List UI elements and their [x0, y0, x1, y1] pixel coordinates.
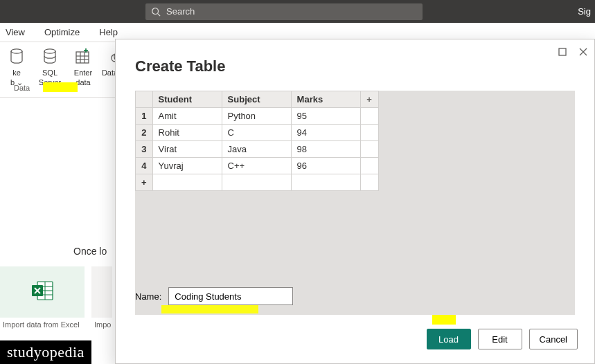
cell[interactable]: 96 — [291, 158, 360, 174]
add-row: + — [136, 174, 379, 191]
close-icon[interactable] — [579, 46, 587, 59]
ribbon-btn-enter-data[interactable]: Enter data — [66, 46, 100, 87]
table-row: 4 Yuvraj C++ 96 — [136, 158, 379, 174]
highlight-marker — [43, 82, 78, 92]
highlight-marker — [432, 315, 456, 325]
cell[interactable]: C++ — [222, 158, 291, 174]
table-plus-icon — [75, 46, 91, 67]
svg-rect-17 — [559, 48, 566, 55]
cell[interactable]: 94 — [291, 125, 360, 141]
table-name-input[interactable] — [168, 287, 293, 305]
dialog-body: Student Subject Marks + 1 Amit Python 95… — [135, 91, 575, 315]
excel-icon — [30, 280, 54, 304]
menu-view[interactable]: View — [6, 27, 25, 37]
watermark: studyopedia — [0, 340, 91, 364]
add-column[interactable]: + — [360, 91, 378, 108]
card-import-other-label: Impo — [94, 320, 111, 329]
search-icon — [151, 7, 161, 17]
edit-button[interactable]: Edit — [478, 329, 522, 349]
add-row-btn[interactable]: + — [136, 174, 153, 191]
cell[interactable]: Yuvraj — [152, 158, 222, 174]
table-row: 2 Rohit C 94 — [136, 125, 379, 141]
create-table-dialog: Create Table Student Subject Marks + 1 A… — [115, 39, 595, 364]
svg-point-2 — [11, 49, 22, 53]
cell[interactable]: Virat — [152, 141, 222, 158]
header-blank — [136, 91, 153, 108]
svg-rect-4 — [76, 52, 89, 63]
cell[interactable]: Amit — [152, 108, 222, 125]
load-button[interactable]: Load — [427, 329, 471, 349]
table-row: 1 Amit Python 95 — [136, 108, 379, 125]
menu-help[interactable]: Help — [99, 27, 118, 37]
search-placeholder: Search — [166, 6, 417, 17]
sign-in-label[interactable]: Sig — [578, 6, 591, 17]
maximize-icon[interactable] — [558, 46, 567, 59]
header-subject[interactable]: Subject — [222, 91, 291, 108]
table-row: 3 Virat Java 98 — [136, 141, 379, 158]
cell[interactable]: 98 — [291, 141, 360, 158]
header-marks[interactable]: Marks — [291, 91, 360, 108]
database-icon — [9, 46, 24, 67]
card-import-other[interactable] — [91, 266, 112, 318]
title-bar: Search Sig — [0, 0, 595, 23]
ribbon-btn-onelake[interactable]: ke b ⌄ — [0, 46, 33, 87]
sql-server-icon — [42, 46, 57, 67]
cell[interactable]: 95 — [291, 108, 360, 125]
search-box[interactable]: Search — [145, 3, 423, 20]
cancel-button[interactable]: Cancel — [529, 329, 578, 349]
canvas-heading: Once lo — [73, 246, 107, 257]
card-import-excel-label: Import data from Excel — [3, 320, 80, 329]
name-label: Name: — [135, 291, 161, 302]
dialog-title: Create Table — [135, 57, 225, 75]
data-grid[interactable]: Student Subject Marks + 1 Amit Python 95… — [135, 91, 379, 191]
svg-point-0 — [152, 8, 159, 14]
card-import-excel[interactable] — [0, 266, 85, 318]
cell[interactable]: C — [222, 125, 291, 141]
cell[interactable]: Rohit — [152, 125, 222, 141]
cell[interactable]: Python — [222, 108, 291, 125]
highlight-marker — [161, 305, 258, 313]
menu-optimize[interactable]: Optimize — [44, 27, 80, 37]
header-student[interactable]: Student — [152, 91, 222, 108]
cell[interactable]: Java — [222, 141, 291, 158]
ribbon-btn-sql-server[interactable]: SQL Server — [33, 46, 66, 87]
svg-point-3 — [44, 49, 55, 53]
svg-line-1 — [158, 13, 161, 16]
ribbon-group-label: Data — [14, 84, 30, 92]
